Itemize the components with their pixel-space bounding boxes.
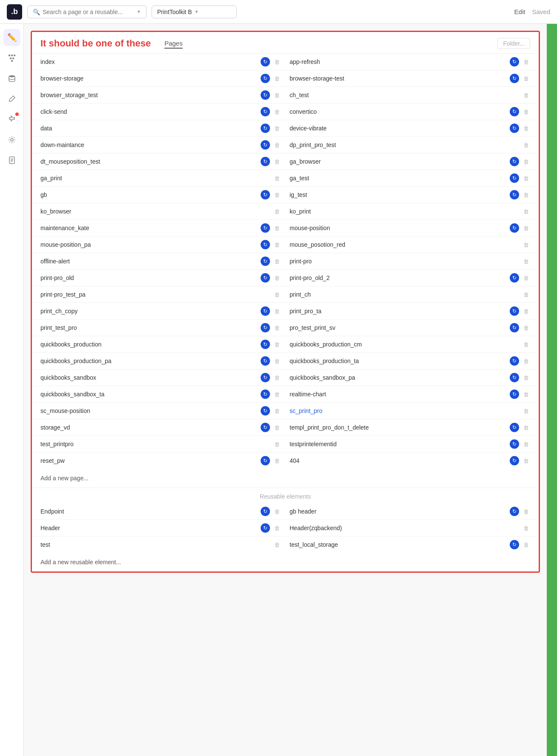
page-name[interactable]: ig_test xyxy=(290,191,506,198)
trash-icon[interactable]: 🗑 xyxy=(522,373,530,382)
page-name[interactable]: browser_storage_test xyxy=(40,92,257,98)
trash-icon[interactable]: 🗑 xyxy=(522,124,530,133)
page-name[interactable]: templ_print_pro_don_t_delete xyxy=(290,424,506,431)
sync-icon[interactable]: ↻ xyxy=(261,406,270,416)
sync-icon[interactable]: ↻ xyxy=(510,456,519,465)
sync-icon[interactable]: ↻ xyxy=(510,107,519,116)
page-name[interactable]: realtime-chart xyxy=(290,391,506,398)
page-name[interactable]: mouse-position xyxy=(290,225,506,231)
trash-icon[interactable]: 🗑 xyxy=(273,456,281,465)
trash-icon[interactable]: 🗑 xyxy=(273,174,281,182)
page-name[interactable]: quickbooks_sandbox xyxy=(40,374,257,381)
page-name[interactable]: down-maintance xyxy=(40,141,257,148)
page-name[interactable]: print-pro xyxy=(290,258,518,265)
trash-icon[interactable]: 🗑 xyxy=(522,107,530,116)
add-reusable-link[interactable]: Add a new reusable element... xyxy=(32,553,539,571)
trash-icon[interactable]: 🗑 xyxy=(522,390,530,398)
sidebar-item-document[interactable] xyxy=(3,152,20,169)
trash-icon[interactable]: 🗑 xyxy=(273,390,281,398)
sync-icon[interactable]: ↻ xyxy=(510,373,519,382)
sync-icon[interactable]: ↻ xyxy=(510,540,519,549)
sync-icon[interactable]: ↻ xyxy=(261,306,270,316)
page-name[interactable]: maintenance_kate xyxy=(40,225,257,231)
page-name[interactable]: browser-storage-test xyxy=(290,75,506,82)
trash-icon[interactable]: 🗑 xyxy=(273,124,281,133)
trash-icon[interactable]: 🗑 xyxy=(273,357,281,365)
trash-icon[interactable]: 🗑 xyxy=(273,290,281,299)
sync-icon[interactable]: ↻ xyxy=(510,173,519,183)
page-name[interactable]: ga_browser xyxy=(290,158,506,165)
trash-icon[interactable]: 🗑 xyxy=(522,74,530,83)
trash-icon[interactable]: 🗑 xyxy=(273,440,281,448)
page-name[interactable]: ko_print xyxy=(290,208,518,215)
page-name[interactable]: print-pro_old_2 xyxy=(290,274,506,281)
page-name[interactable]: browser-storage xyxy=(40,75,257,82)
trash-icon[interactable]: 🗑 xyxy=(522,507,530,516)
page-name[interactable]: dt_mouseposition_test xyxy=(40,158,257,165)
page-name[interactable]: click-send xyxy=(40,108,257,115)
sync-icon[interactable]: ↻ xyxy=(261,240,270,249)
sync-icon[interactable]: ↻ xyxy=(261,273,270,283)
page-name[interactable]: print_ch_copy xyxy=(40,308,257,315)
page-name[interactable]: print_ch xyxy=(290,291,518,298)
sync-icon[interactable]: ↻ xyxy=(510,423,519,432)
sync-icon[interactable]: ↻ xyxy=(261,390,270,399)
page-name[interactable]: gb header xyxy=(290,508,506,515)
search-input[interactable] xyxy=(43,9,134,15)
page-name[interactable]: device-vibrate xyxy=(290,125,506,132)
trash-icon[interactable]: 🗑 xyxy=(522,58,530,66)
trash-icon[interactable]: 🗑 xyxy=(273,407,281,415)
trash-icon[interactable]: 🗑 xyxy=(273,240,281,249)
sync-icon[interactable]: ↻ xyxy=(261,107,270,116)
trash-icon[interactable]: 🗑 xyxy=(273,507,281,516)
page-name[interactable]: test_printpro xyxy=(40,441,269,447)
page-name[interactable]: print_pro_ta xyxy=(290,308,506,315)
trash-icon[interactable]: 🗑 xyxy=(273,340,281,349)
page-name[interactable]: Endpoint xyxy=(40,508,257,515)
trash-icon[interactable]: 🗑 xyxy=(273,107,281,116)
search-dropdown-arrow[interactable]: ▼ xyxy=(137,9,141,14)
trash-icon[interactable]: 🗑 xyxy=(522,357,530,365)
folder-button[interactable]: Folder... xyxy=(497,38,530,49)
page-name[interactable]: ko_browser xyxy=(40,208,269,215)
page-name[interactable]: storage_vd xyxy=(40,424,257,431)
sync-icon[interactable]: ↻ xyxy=(510,223,519,233)
sync-icon[interactable]: ↻ xyxy=(510,74,519,83)
trash-icon[interactable]: 🗑 xyxy=(522,290,530,299)
trash-icon[interactable]: 🗑 xyxy=(522,407,530,415)
page-name[interactable]: sc_print_pro xyxy=(290,407,518,414)
page-name[interactable]: 404 xyxy=(290,457,506,464)
trash-icon[interactable]: 🗑 xyxy=(522,440,530,448)
trash-icon[interactable]: 🗑 xyxy=(273,74,281,83)
sync-icon[interactable]: ↻ xyxy=(261,423,270,432)
page-name[interactable]: offline-alert xyxy=(40,258,257,265)
page-name[interactable]: dp_print_pro_test xyxy=(290,141,518,148)
trash-icon[interactable]: 🗑 xyxy=(522,307,530,315)
sync-icon[interactable]: ↻ xyxy=(510,124,519,133)
trash-icon[interactable]: 🗑 xyxy=(522,174,530,182)
trash-icon[interactable]: 🗑 xyxy=(522,257,530,265)
sidebar-item-plugins[interactable] xyxy=(3,111,20,128)
tab-pages[interactable]: Pages xyxy=(164,39,183,49)
sync-icon[interactable]: ↻ xyxy=(261,356,270,366)
page-name[interactable]: quickbooks_production_cm xyxy=(290,341,518,348)
trash-icon[interactable]: 🗑 xyxy=(522,207,530,216)
page-name[interactable]: app-refresh xyxy=(290,58,506,65)
page-name[interactable]: print_test_pro xyxy=(40,324,257,331)
page-name[interactable]: sc_mouse-position xyxy=(40,407,257,414)
page-name[interactable]: ga_print xyxy=(40,175,269,182)
trash-icon[interactable]: 🗑 xyxy=(273,307,281,315)
sync-icon[interactable]: ↻ xyxy=(261,373,270,382)
page-name[interactable]: print-pro_old xyxy=(40,274,257,281)
sync-icon[interactable]: ↻ xyxy=(261,340,270,349)
trash-icon[interactable]: 🗑 xyxy=(273,58,281,66)
sync-icon[interactable]: ↻ xyxy=(510,356,519,366)
page-name[interactable]: quickbooks_production_ta xyxy=(290,358,506,364)
sidebar-item-settings[interactable] xyxy=(3,131,20,148)
trash-icon[interactable]: 🗑 xyxy=(522,524,530,532)
sync-icon[interactable]: ↻ xyxy=(510,190,519,199)
trash-icon[interactable]: 🗑 xyxy=(273,91,281,99)
page-name[interactable]: index xyxy=(40,58,257,65)
sync-icon[interactable]: ↻ xyxy=(261,74,270,83)
sync-icon[interactable]: ↻ xyxy=(510,323,519,332)
